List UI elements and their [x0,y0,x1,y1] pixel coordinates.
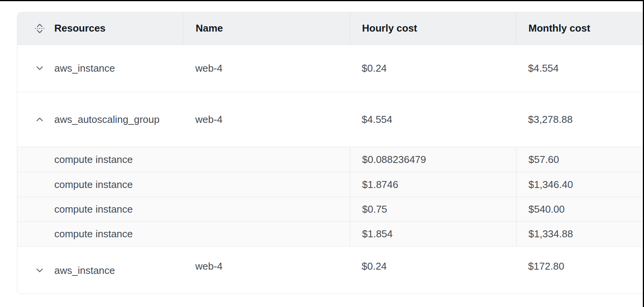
name-cell: web-4 [183,92,350,147]
resource-name: aws_autoscaling_group [54,114,159,126]
monthly-cost-cell: $3,278.88 [516,92,644,147]
hourly-cost-cell: $1.8746 [350,172,516,197]
screenshot-top-edge [0,0,644,1]
chevron-down-icon[interactable] [33,264,46,277]
monthly-cost-cell: $57.60 [516,147,644,172]
header-cell-hourly-cost: Hourly cost [350,12,516,44]
hourly-cost-cell: $0.088236479 [350,147,516,172]
monthly-cost-cell: $540.00 [516,197,644,221]
column-label-name: Name [196,22,223,34]
table-subrow-component: compute instance $0.088236479 $57.60 [17,147,644,172]
chevron-up-icon[interactable] [33,113,46,126]
table-row-resource[interactable]: aws_autoscaling_group web-4 $4.554 $3,27… [17,92,644,147]
component-cell: compute instance [17,197,350,221]
cost-breakdown-table: Resources Name Hourly cost Monthly cost … [17,12,644,294]
column-label-resources: Resources [54,22,106,34]
resource-cell: aws_autoscaling_group [17,92,183,147]
header-cell-monthly-cost: Monthly cost [516,12,644,44]
hourly-cost-cell: $0.24 [350,45,516,92]
hourly-cost-cell: $1.854 [350,222,516,246]
table-subrow-component: compute instance $0.75 $540.00 [17,197,644,221]
header-cell-name: Name [183,12,350,44]
hourly-cost-cell: $0.75 [350,197,516,221]
resource-name: aws_instance [54,265,115,277]
table-subrow-component: compute instance $1.854 $1,334.88 [17,221,644,246]
component-cell: compute instance [17,222,350,246]
table-subrow-component: compute instance $1.8746 $1,346.40 [17,172,644,197]
monthly-cost-cell: $4.554 [516,45,644,92]
header-cell-resources: Resources [17,12,183,44]
table-row-resource[interactable]: aws_instance web-4 $0.24 $4.554 [17,44,644,92]
column-label-hourly-cost: Hourly cost [362,22,417,34]
monthly-cost-cell: $172.80 [516,247,644,294]
table-row-resource[interactable]: aws_instance web-4 $0.24 $172.80 [17,246,644,294]
column-label-monthly-cost: Monthly cost [528,22,590,34]
component-cell: compute instance [17,147,350,172]
name-cell: web-4 [183,45,350,92]
resource-cell: aws_instance [17,247,183,294]
resource-name: aws_instance [54,62,115,74]
drag-handle-icon[interactable] [33,22,46,35]
table-header-row: Resources Name Hourly cost Monthly cost [17,12,644,44]
monthly-cost-cell: $1,346.40 [516,172,644,197]
name-cell: web-4 [183,247,350,294]
resource-cell: aws_instance [17,45,183,92]
monthly-cost-cell: $1,334.88 [516,222,644,246]
chevron-down-icon[interactable] [33,62,46,75]
component-cell: compute instance [17,172,350,197]
hourly-cost-cell: $4.554 [350,92,516,147]
hourly-cost-cell: $0.24 [350,247,516,294]
